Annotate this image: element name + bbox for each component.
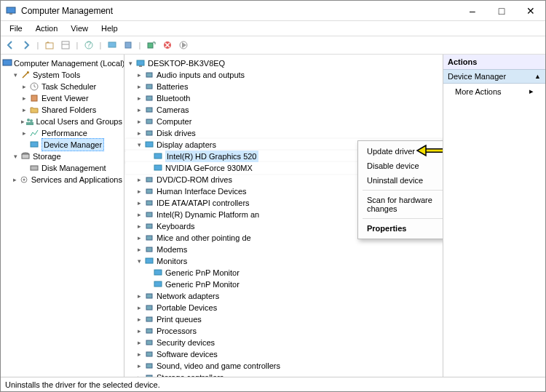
expand-icon[interactable]: ▾ — [126, 57, 135, 69]
device-category[interactable]: ▸Security devices — [126, 337, 441, 348]
expand-icon[interactable]: ▸ — [135, 313, 143, 325]
remove-icon[interactable] — [161, 39, 174, 52]
tree-local-users[interactable]: ▸Local Users and Groups — [2, 116, 122, 127]
device-category[interactable]: ▸Modems — [126, 244, 441, 255]
device-item[interactable]: Generic PnP Monitor — [126, 267, 441, 279]
tree-device-manager[interactable]: Device Manager — [2, 139, 122, 151]
svg-rect-3 — [62, 41, 69, 49]
device-category[interactable]: ▸Audio inputs and outputs — [126, 69, 441, 81]
minimize-button[interactable]: – — [458, 1, 487, 21]
device-category[interactable]: ▸Processors — [126, 325, 441, 337]
device-host[interactable]: ▾DESKTOP-BK3V8EQ — [126, 57, 441, 69]
device-category[interactable]: ▸Disk drives — [126, 127, 441, 139]
device-icon — [152, 267, 164, 279]
device-category[interactable]: ▸Storage controllers — [126, 372, 441, 377]
menu-help[interactable]: Help — [95, 23, 124, 34]
expand-icon[interactable]: ▸ — [135, 220, 143, 232]
expand-icon[interactable]: ▾ — [135, 139, 143, 151]
tree-event-viewer[interactable]: ▸Event Viewer — [2, 92, 122, 104]
back-icon[interactable] — [4, 39, 17, 52]
device-category[interactable]: ▸Portable Devices — [126, 302, 441, 313]
separator: | — [75, 39, 79, 52]
expand-icon[interactable]: ▸ — [20, 116, 25, 127]
device-icon[interactable] — [122, 39, 135, 52]
expand-icon[interactable]: ▸ — [20, 127, 28, 139]
svg-rect-27 — [146, 84, 152, 89]
tree-system-tools[interactable]: ▾ System Tools — [2, 69, 122, 81]
expand-icon[interactable]: ▸ — [135, 104, 143, 116]
menu-action[interactable]: Action — [30, 23, 64, 34]
expand-icon[interactable]: ▸ — [135, 302, 143, 313]
expand-icon[interactable]: ▾ — [11, 69, 20, 81]
folder-icon — [28, 104, 40, 116]
expand-icon[interactable]: ▸ — [135, 92, 143, 104]
menu-scan-hardware[interactable]: Scan for hardware changes — [358, 193, 443, 216]
forward-icon[interactable] — [20, 39, 33, 52]
tree-storage[interactable]: ▾Storage — [2, 151, 122, 162]
expand-icon[interactable]: ▸ — [135, 348, 143, 360]
device-category[interactable]: ▾Monitors — [126, 255, 441, 267]
svg-rect-46 — [146, 305, 152, 310]
menu-view[interactable]: View — [65, 23, 94, 34]
svg-point-23 — [23, 179, 25, 181]
tree-services-apps[interactable]: ▸Services and Applications — [2, 174, 122, 185]
device-category[interactable]: ▸Network adapters — [126, 290, 441, 302]
menu-disable-device[interactable]: Disable device — [358, 159, 443, 173]
actions-section[interactable]: Device Manager ▲ — [443, 70, 545, 84]
device-icon — [143, 127, 155, 139]
up-icon[interactable] — [43, 39, 56, 52]
expand-icon[interactable]: ▸ — [135, 337, 143, 348]
menu-file[interactable]: File — [4, 23, 28, 34]
menu-uninstall-device[interactable]: Uninstall device — [358, 173, 443, 188]
expand-icon[interactable]: ▸ — [135, 116, 143, 127]
expand-icon[interactable]: ▸ — [20, 81, 28, 92]
monitor-icon[interactable] — [106, 39, 119, 52]
view-icon[interactable] — [59, 39, 72, 52]
expand-icon[interactable]: ▸ — [135, 185, 143, 197]
tree-performance[interactable]: ▸Performance — [2, 127, 122, 139]
expand-icon[interactable]: ▸ — [135, 372, 143, 377]
clock-icon — [28, 81, 40, 92]
svg-rect-33 — [154, 153, 162, 159]
device-item[interactable]: Generic PnP Monitor — [126, 279, 441, 290]
expand-icon[interactable]: ▸ — [135, 325, 143, 337]
device-label: Print queues — [157, 313, 202, 325]
expand-icon[interactable]: ▸ — [135, 232, 143, 244]
expand-icon[interactable]: ▾ — [11, 151, 20, 162]
svg-rect-12 — [3, 60, 12, 65]
device-category[interactable]: ▸Cameras — [126, 104, 441, 116]
expand-icon[interactable]: ▸ — [135, 197, 143, 209]
expand-icon[interactable]: ▸ — [20, 104, 28, 116]
expand-icon[interactable]: ▾ — [135, 255, 143, 267]
device-category[interactable]: ▸Bluetooth — [126, 92, 441, 104]
expand-icon[interactable]: ▸ — [135, 174, 143, 185]
device-category[interactable]: ▸Print queues — [126, 313, 441, 325]
expand-icon[interactable]: ▸ — [20, 92, 28, 104]
expand-icon[interactable]: ▸ — [11, 174, 19, 185]
help-icon[interactable]: ? — [82, 39, 95, 52]
device-category[interactable]: ▸Batteries — [126, 81, 441, 92]
tree-label: Performance — [41, 127, 87, 139]
tree-task-scheduler[interactable]: ▸Task Scheduler — [2, 81, 122, 92]
actions-more[interactable]: More Actions ▸ — [443, 84, 545, 99]
expand-icon[interactable]: ▸ — [135, 244, 143, 255]
expand-icon[interactable]: ▸ — [135, 360, 143, 372]
maximize-button[interactable]: □ — [487, 1, 516, 21]
device-category[interactable]: ▸Sound, video and game controllers — [126, 360, 441, 372]
tree-disk-management[interactable]: Disk Management — [2, 162, 122, 174]
close-button[interactable]: ✕ — [516, 1, 545, 21]
device-category[interactable]: ▸Computer — [126, 116, 441, 127]
expand-icon[interactable]: ▸ — [135, 69, 143, 81]
tree-shared-folders[interactable]: ▸Shared Folders — [2, 104, 122, 116]
scan-icon[interactable] — [145, 39, 158, 52]
svg-rect-43 — [154, 270, 162, 275]
expand-icon[interactable]: ▸ — [135, 290, 143, 302]
enable-icon[interactable] — [177, 39, 190, 52]
menu-properties[interactable]: Properties — [358, 221, 443, 236]
expand-icon[interactable]: ▸ — [135, 81, 143, 92]
expand-icon[interactable]: ▸ — [135, 209, 143, 220]
tree-root[interactable]: Computer Management (Local) — [2, 57, 122, 69]
device-label: Batteries — [157, 81, 188, 92]
expand-icon[interactable]: ▸ — [135, 127, 143, 139]
device-category[interactable]: ▸Software devices — [126, 348, 441, 360]
